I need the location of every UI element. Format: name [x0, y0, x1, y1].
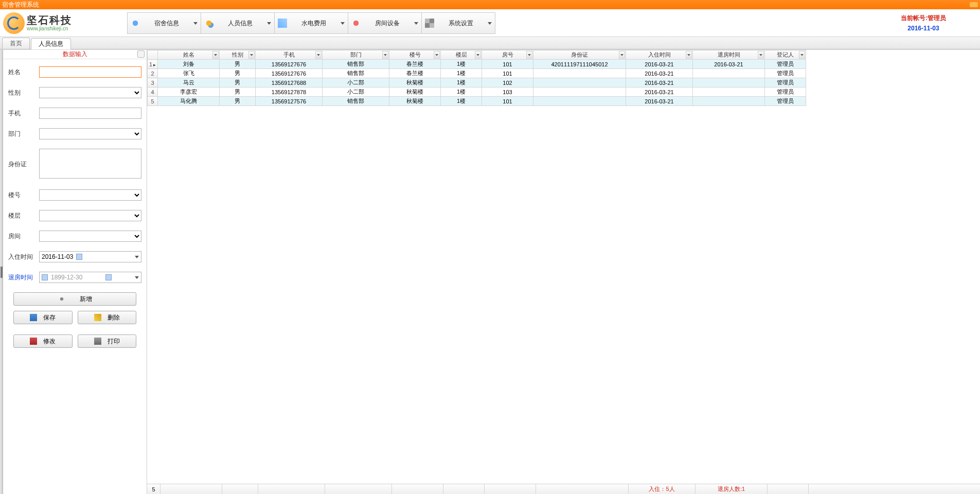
phone-input[interactable]: [39, 108, 141, 119]
checkin-date-picker[interactable]: 2016-11-03: [39, 251, 141, 262]
table-cell: 2016-03-21: [626, 69, 693, 78]
menu-room-equip[interactable]: 房间设备: [348, 12, 422, 34]
delete-button[interactable]: 删除: [78, 311, 137, 324]
table-cell: 2016-03-21: [693, 60, 765, 69]
modify-button[interactable]: 修改: [13, 334, 73, 348]
table-cell: 管理员: [765, 78, 806, 87]
delete-icon: [94, 314, 101, 321]
table-row[interactable]: 1刘备男13569127676销售部春兰楼1楼10142011119711104…: [148, 60, 806, 69]
calendar-icon: [42, 274, 48, 280]
column-header[interactable]: 部门: [323, 50, 389, 60]
print-icon: [94, 338, 101, 345]
table-cell: 小二部: [323, 78, 389, 87]
column-header[interactable]: 身份证: [533, 50, 626, 60]
table-cell: 销售部: [323, 69, 389, 78]
column-header[interactable]: 楼层: [441, 50, 482, 60]
table-cell: [533, 69, 626, 78]
tab-person-info[interactable]: 人员信息: [31, 38, 71, 49]
idcard-label: 身份证: [8, 160, 39, 169]
column-header[interactable]: 退房时间: [693, 50, 765, 60]
table-cell: 管理员: [765, 87, 806, 97]
column-header[interactable]: 手机: [256, 50, 323, 60]
column-filter-dropdown[interactable]: [526, 51, 532, 59]
room-select[interactable]: [39, 231, 141, 242]
room-label: 房间: [8, 232, 39, 241]
button-label: 打印: [108, 337, 120, 346]
save-button[interactable]: 保存: [13, 311, 73, 324]
print-button[interactable]: 打印: [78, 334, 137, 348]
pin-icon[interactable]: [137, 50, 145, 58]
new-button[interactable]: 新增: [13, 292, 136, 306]
row-number: 1: [148, 60, 158, 69]
footer-cell: [258, 484, 325, 494]
new-icon: [58, 295, 65, 303]
column-header[interactable]: 房号: [482, 50, 533, 60]
table-cell: 销售部: [323, 60, 389, 69]
table-row[interactable]: 3马云男13569127688小二部秋菊楼1楼1022016-03-21管理员: [148, 78, 806, 87]
table-cell: 420111197111045012: [533, 60, 626, 69]
column-filter-dropdown[interactable]: [212, 51, 219, 59]
chevron-down-icon: [193, 22, 198, 25]
menu-label: 水电费用: [292, 19, 335, 28]
data-grid: 姓名性别手机部门楼号楼层房号身份证入住时间退房时间登记人1刘备男13569127…: [147, 50, 806, 106]
column-header[interactable]: 性别: [220, 50, 256, 60]
table-cell: 春兰楼: [389, 60, 441, 69]
floor-select[interactable]: [39, 210, 141, 221]
table-cell: 小二部: [323, 87, 389, 97]
building-select[interactable]: [39, 189, 141, 201]
menu-label: 系统设置: [439, 19, 483, 28]
table-row[interactable]: 4李彦宏男13569127878小二部秋菊楼1楼1032016-03-21管理员: [148, 87, 806, 97]
idcard-textarea[interactable]: [39, 149, 141, 179]
gender-select[interactable]: [39, 87, 141, 98]
department-select[interactable]: [39, 128, 141, 139]
column-header[interactable]: 楼号: [389, 50, 441, 60]
tab-home[interactable]: 首页: [2, 38, 30, 49]
row-number: 3: [148, 78, 158, 87]
column-filter-dropdown[interactable]: [382, 51, 388, 59]
column-filter-dropdown[interactable]: [799, 51, 805, 59]
button-label: 新增: [80, 295, 92, 304]
panel-collapse-handle[interactable]: [0, 50, 3, 494]
name-label: 姓名: [8, 68, 39, 77]
name-input[interactable]: [39, 66, 141, 78]
column-header[interactable]: 登记人: [765, 50, 806, 60]
grid-footer: 5入住：5人退房人数:1: [147, 484, 980, 494]
column-filter-dropdown[interactable]: [248, 51, 255, 59]
table-cell: 马云: [158, 78, 220, 87]
table-cell: 销售部: [323, 97, 389, 106]
table-row[interactable]: 5马化腾男13569127576销售部秋菊楼1楼1012016-03-21管理员: [148, 97, 806, 106]
column-filter-dropdown[interactable]: [758, 51, 764, 59]
logo-icon: [3, 12, 25, 34]
table-cell: 101: [482, 69, 533, 78]
table-cell: 2016-03-21: [626, 87, 693, 97]
table-row[interactable]: 2张飞男13569127676销售部春兰楼1楼1012016-03-21管理员: [148, 69, 806, 78]
table-cell: 李彦宏: [158, 87, 220, 97]
column-filter-dropdown[interactable]: [475, 51, 481, 59]
top-toolbar: 坚石科技 www.jianshikeji.cn 宿舍信息 人员信息 水电费用 房…: [0, 9, 980, 37]
column-header[interactable]: 姓名: [158, 50, 220, 60]
phone-label: 手机: [8, 109, 39, 118]
column-filter-dropdown[interactable]: [686, 51, 692, 59]
grid-scroll[interactable]: 姓名性别手机部门楼号楼层房号身份证入住时间退房时间登记人1刘备男13569127…: [147, 50, 980, 484]
column-filter-dropdown[interactable]: [619, 51, 625, 59]
account-info: 当前帐号:管理员 2016-11-03: [867, 9, 980, 37]
menu-person-info[interactable]: 人员信息: [201, 12, 275, 34]
menu-utility-fee[interactable]: 水电费用: [274, 12, 348, 34]
menu-dorm-info[interactable]: 宿舍信息: [127, 12, 201, 34]
table-cell: 13569127576: [256, 97, 323, 106]
people-icon: [204, 19, 213, 28]
table-cell: [693, 69, 765, 78]
window-title-bar: 宿舍管理系统: [0, 0, 980, 9]
footer-cell: [536, 484, 629, 494]
column-header[interactable]: 入住时间: [626, 50, 693, 60]
table-cell: 2016-03-21: [626, 78, 693, 87]
building-label: 楼号: [8, 191, 39, 200]
column-filter-dropdown[interactable]: [315, 51, 322, 59]
table-cell: 男: [220, 78, 256, 87]
column-filter-dropdown[interactable]: [434, 51, 440, 59]
table-cell: 102: [482, 78, 533, 87]
minimize-button[interactable]: [970, 2, 978, 7]
gear-icon: [425, 19, 434, 28]
menu-system-settings[interactable]: 系统设置: [421, 12, 495, 34]
checkout-date-picker[interactable]: 1899-12-30: [39, 272, 141, 283]
